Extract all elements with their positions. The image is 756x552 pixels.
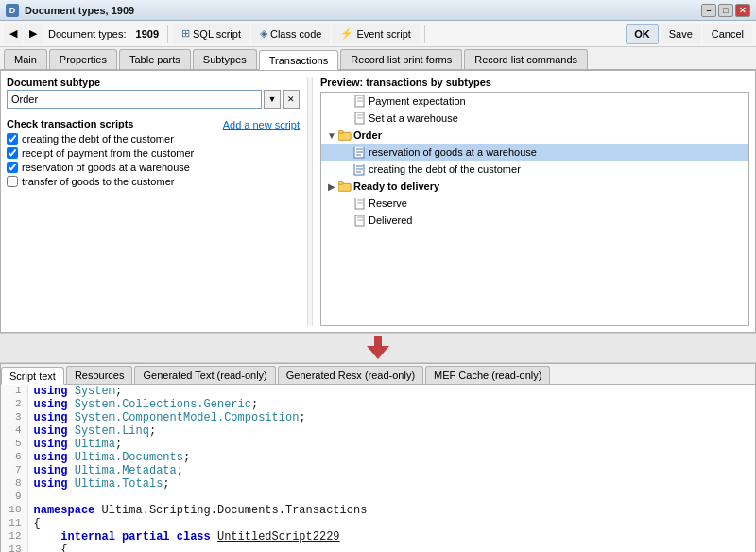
code-line-13: 13 { <box>1 543 755 552</box>
folder-icon-order <box>338 129 352 141</box>
tree-expand-reserve <box>340 197 353 210</box>
code-line-4: 4using System.Linq; <box>1 424 755 438</box>
sql-script-button[interactable]: ⊞ SQL script <box>173 24 249 44</box>
tree-label-order: Order <box>353 129 382 141</box>
tab-record-list-commands[interactable]: Record list commands <box>464 49 588 69</box>
code-content <box>27 491 755 504</box>
event-script-button[interactable]: ⚡ Event script <box>332 24 419 44</box>
tree-label-reservation: reservation of goods at a warehouse <box>369 147 537 158</box>
code-content: using Ultima.Totals; <box>27 477 755 491</box>
event-script-icon: ⚡ <box>340 27 353 40</box>
code-line-9: 9 <box>1 491 755 504</box>
tree-label-reserve: Reserve <box>369 198 407 209</box>
checkbox-receipt-payment-input[interactable] <box>7 147 18 159</box>
tree-expand-payment <box>340 95 353 108</box>
doc-icon-reserve <box>353 198 367 209</box>
arrow-separator <box>0 333 756 363</box>
checkbox-creating-debt[interactable]: creating the debt of the customer <box>7 133 300 145</box>
maximize-button[interactable]: □ <box>718 4 733 17</box>
code-content: { <box>27 543 755 552</box>
code-content: using Ultima.Metadata; <box>27 464 755 477</box>
lower-tabs: Script text Resources Generated Text (re… <box>1 364 755 385</box>
checkbox-creating-debt-input[interactable] <box>7 133 18 145</box>
add-new-script-link[interactable]: Add a new script <box>223 119 300 130</box>
window-title: Document types, 1909 <box>25 5 696 16</box>
doc-type-label: Document types: <box>44 28 130 40</box>
left-panel: Document subtype ▼ ✕ Check transaction s… <box>7 77 300 326</box>
tree-item-set-warehouse[interactable]: Set at a warehouse <box>321 110 748 127</box>
svg-rect-17 <box>338 182 343 185</box>
class-code-button[interactable]: ◈ Class code <box>251 24 330 44</box>
line-number: 6 <box>1 451 27 464</box>
arrow-stem <box>374 336 382 346</box>
lower-tab-resources[interactable]: Resources <box>66 366 133 384</box>
lower-tab-mef-cache[interactable]: MEF Cache (read-only) <box>425 366 550 384</box>
tab-table-parts[interactable]: Table parts <box>119 49 191 69</box>
cancel-button[interactable]: Cancel <box>703 24 752 44</box>
app-icon: D <box>6 4 19 17</box>
lower-tab-script-text[interactable]: Script text <box>1 367 64 385</box>
checkbox-receipt-payment[interactable]: receipt of payment from the customer <box>7 147 300 159</box>
code-content: using System; <box>27 385 755 398</box>
tree-label-creating-debt: creating the debt of the customer <box>369 164 521 175</box>
tab-main[interactable]: Main <box>4 49 47 69</box>
minimize-button[interactable]: – <box>701 4 716 17</box>
tree-item-reserve[interactable]: Reserve <box>321 195 748 212</box>
tree-label-set-warehouse: Set at a warehouse <box>369 112 458 124</box>
lower-tab-generated-resx[interactable]: Generated Resx (read-only) <box>278 366 423 384</box>
close-button[interactable]: ✕ <box>735 4 750 17</box>
code-line-2: 2using System.Collections.Generic; <box>1 398 755 411</box>
code-line-1: 1using System; <box>1 385 755 398</box>
tab-subtypes[interactable]: Subtypes <box>193 49 257 69</box>
subtype-section: Document subtype ▼ ✕ <box>7 77 300 109</box>
checkbox-reservation[interactable]: reservation of goods at a warehouse <box>7 162 300 173</box>
code-content: internal partial class UntitledScript222… <box>27 530 755 543</box>
right-panel: Preview: transactions by subtypes Paymen… <box>320 77 749 326</box>
tree-item-ready-delivery[interactable]: ▶ Ready to delivery <box>321 178 748 195</box>
tree-item-reservation[interactable]: reservation of goods at a warehouse <box>321 144 748 161</box>
checkbox-reservation-label: reservation of goods at a warehouse <box>22 162 190 173</box>
code-line-5: 5using Ultima; <box>1 438 755 451</box>
code-content: { <box>27 517 755 530</box>
tab-properties[interactable]: Properties <box>49 49 117 69</box>
code-content: namespace Ultima.Scripting.Documents.Tra… <box>27 504 755 517</box>
subtype-label: Document subtype <box>7 77 300 88</box>
checkbox-transfer-input[interactable] <box>7 176 18 187</box>
subtype-input[interactable] <box>7 90 262 109</box>
subtype-dropdown-btn[interactable]: ▼ <box>264 90 281 109</box>
tree-item-payment-expectation[interactable]: Payment expectation <box>321 93 748 110</box>
checkbox-receipt-payment-label: receipt of payment from the customer <box>22 147 194 159</box>
tree-label-ready-delivery: Ready to delivery <box>353 181 439 192</box>
lower-tab-generated-text[interactable]: Generated Text (read-only) <box>134 366 275 384</box>
window-controls: – □ ✕ <box>701 4 750 17</box>
code-content: using Ultima.Documents; <box>27 451 755 464</box>
preview-label: Preview: transactions by subtypes <box>320 77 749 88</box>
tab-transactions[interactable]: Transactions <box>259 50 339 70</box>
checkbox-creating-debt-label: creating the debt of the customer <box>22 133 174 145</box>
tree-item-order-group[interactable]: ▼ Order <box>321 127 748 144</box>
toolbar-separator-2 <box>424 25 425 43</box>
checkbox-reservation-input[interactable] <box>7 162 18 173</box>
tree-expand-set-warehouse <box>340 112 353 125</box>
doc-type-number: 1909 <box>132 28 163 40</box>
code-content: using System.Collections.Generic; <box>27 398 755 411</box>
save-button[interactable]: Save <box>661 24 701 44</box>
tabs-bar: Main Properties Table parts Subtypes Tra… <box>0 47 756 70</box>
tree-item-delivered[interactable]: Delivered <box>321 212 748 229</box>
subtype-clear-btn[interactable]: ✕ <box>283 90 300 109</box>
doc-icon-set-warehouse <box>353 112 367 124</box>
tree-item-creating-debt[interactable]: creating the debt of the customer <box>321 161 748 178</box>
tab-record-list-print-forms[interactable]: Record list print forms <box>340 49 462 69</box>
forward-button[interactable]: ▶ <box>24 24 43 44</box>
line-number: 13 <box>1 543 27 552</box>
line-number: 10 <box>1 504 27 517</box>
folder-icon-ready-delivery <box>338 181 352 192</box>
checkbox-transfer[interactable]: transfer of goods to the customer <box>7 176 300 187</box>
ok-button[interactable]: OK <box>626 24 659 44</box>
back-button[interactable]: ◀ <box>4 24 23 44</box>
doc-icon-payment <box>353 95 367 107</box>
panel-divider[interactable] <box>307 77 313 326</box>
class-code-icon: ◈ <box>260 27 267 40</box>
sql-script-icon: ⊞ <box>181 27 190 40</box>
tree-label-payment: Payment expectation <box>369 95 466 107</box>
